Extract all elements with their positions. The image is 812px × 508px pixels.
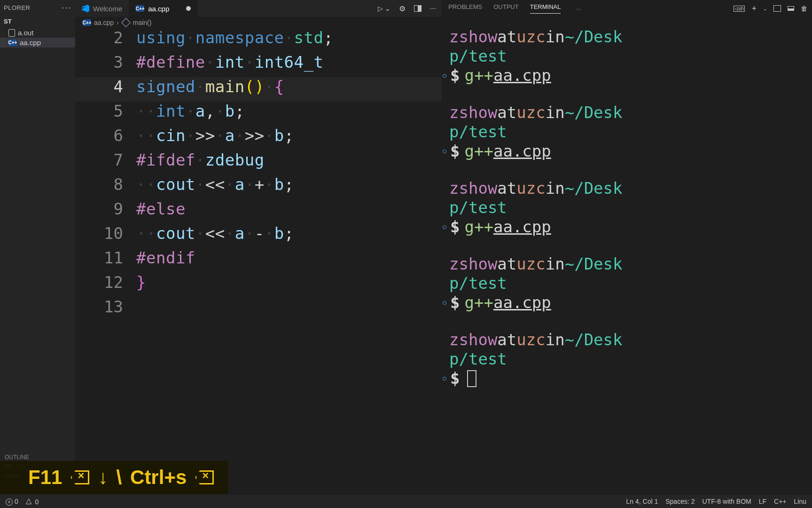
code-line[interactable]: 9#else bbox=[75, 199, 442, 224]
editor-more-icon[interactable]: ··· bbox=[430, 4, 436, 13]
code-line[interactable]: 2using·namespace·std; bbox=[75, 28, 442, 53]
cpp-icon: C++ bbox=[8, 40, 17, 46]
kill-terminal-icon[interactable] bbox=[801, 5, 807, 12]
folder-name[interactable]: ST bbox=[0, 15, 75, 28]
term-host: uzc bbox=[516, 103, 545, 122]
editor-actions: ▷ ⌄ ··· bbox=[378, 0, 442, 17]
code-line[interactable]: 5··int·a,·b; bbox=[75, 102, 442, 126]
line-number: 7 bbox=[75, 151, 136, 169]
term-path: p/test bbox=[449, 47, 507, 66]
code-line[interactable]: 3#define·int·int64_t bbox=[75, 53, 442, 77]
panel-tabs: PROBLEMSOUTPUTTERMINAL ··· › zsh ⌄ bbox=[442, 0, 812, 17]
keycast-key: ↓ bbox=[98, 466, 108, 489]
prompt-dot-icon bbox=[443, 301, 446, 305]
line-number: 12 bbox=[75, 273, 136, 292]
terminal-block: zshow at uzc in ~/Deskp/test$g++ aa.cpp bbox=[442, 27, 812, 85]
keycast-key: \ bbox=[116, 466, 122, 489]
gear-icon[interactable] bbox=[399, 4, 406, 13]
status-eol[interactable]: LF bbox=[759, 498, 766, 505]
term-path: p/test bbox=[449, 349, 507, 369]
shell-picker[interactable]: › zsh bbox=[734, 6, 745, 12]
cpp-icon: C++ bbox=[136, 5, 144, 12]
dirty-indicator-icon bbox=[186, 6, 191, 11]
file-name: a.out bbox=[18, 29, 33, 37]
term-arg: aa.cpp bbox=[493, 142, 551, 161]
code-content: #ifdef·zdebug bbox=[136, 151, 265, 169]
code-content: ··cout·<<·a·+·b; bbox=[136, 175, 294, 194]
status-errors[interactable]: × 0 bbox=[6, 498, 18, 506]
term-path: ~/Desk bbox=[565, 179, 623, 198]
term-user: zshow bbox=[449, 179, 497, 198]
line-number: 10 bbox=[75, 224, 136, 243]
prompt-dollar: $ bbox=[450, 217, 460, 237]
code-line[interactable]: 7#ifdef·zdebug bbox=[75, 151, 442, 175]
code-content: #else bbox=[136, 199, 186, 218]
maximize-panel-icon[interactable] bbox=[788, 6, 794, 11]
editor-tab[interactable]: C++aa.cpp bbox=[129, 0, 198, 17]
file-item[interactable]: C++aa.cpp bbox=[0, 38, 75, 48]
new-terminal-icon[interactable] bbox=[751, 4, 757, 14]
terminal-dropdown-icon[interactable]: ⌄ bbox=[763, 6, 767, 11]
file-icon bbox=[8, 29, 15, 37]
term-user: zshow bbox=[449, 330, 497, 349]
breadcrumb-symbol[interactable]: main() bbox=[133, 19, 152, 26]
line-number: 2 bbox=[75, 28, 136, 47]
keycast-overlay: F11 ↓ \ Ctrl+s bbox=[0, 461, 228, 494]
code-line[interactable]: 6··cin·>>·a·>>·b; bbox=[75, 126, 442, 151]
terminal-block: zshow at uzc in ~/Deskp/test$g++ aa.cpp bbox=[442, 254, 812, 312]
panel-tab-problems[interactable]: PROBLEMS bbox=[448, 3, 482, 14]
backspace-icon bbox=[195, 470, 214, 484]
term-arg: aa.cpp bbox=[493, 293, 551, 312]
term-path: ~/Desk bbox=[565, 103, 623, 122]
sidebar-section[interactable]: OUTLINE bbox=[0, 452, 75, 462]
term-user: zshow bbox=[449, 254, 497, 274]
term-arg: aa.cpp bbox=[493, 66, 551, 85]
term-cmd: g++ bbox=[464, 217, 493, 237]
prompt-dollar: $ bbox=[450, 369, 460, 388]
split-terminal-icon[interactable] bbox=[773, 5, 781, 12]
terminal[interactable]: zshow at uzc in ~/Deskp/test$g++ aa.cppz… bbox=[442, 27, 812, 494]
code-line[interactable]: 10··cout·<<·a·-·b; bbox=[75, 224, 442, 248]
code-line[interactable]: 13 bbox=[75, 297, 442, 322]
panel-tab-terminal[interactable]: TERMINAL bbox=[530, 3, 561, 14]
explorer-more-icon[interactable]: ··· bbox=[62, 3, 71, 13]
breadcrumb-file[interactable]: aa.cpp bbox=[94, 19, 114, 26]
prompt-dot-icon bbox=[443, 74, 446, 78]
split-editor-icon[interactable] bbox=[414, 5, 422, 12]
backspace-icon bbox=[70, 470, 89, 484]
line-number: 11 bbox=[75, 248, 136, 267]
cpp-icon: C++ bbox=[83, 19, 91, 26]
code-content: ··cout·<<·a·-·b; bbox=[136, 224, 294, 243]
terminal-cursor[interactable] bbox=[467, 370, 476, 387]
explorer-sidebar: PLORER ··· ST a.outC++aa.cpp OUTLINEMELI… bbox=[0, 0, 75, 494]
code-content: #define·int·int64_t bbox=[136, 53, 323, 71]
terminal-block: zshow at uzc in ~/Deskp/test$ bbox=[442, 330, 812, 388]
breadcrumb[interactable]: C++ aa.cpp › main() bbox=[75, 17, 442, 28]
term-path: p/test bbox=[449, 274, 507, 293]
editor-tab[interactable]: Welcome bbox=[75, 0, 129, 17]
panel-tab-output[interactable]: OUTPUT bbox=[493, 3, 518, 14]
run-icon[interactable]: ▷ ⌄ bbox=[378, 5, 390, 12]
status-encoding[interactable]: UTF-8 with BOM bbox=[702, 498, 751, 505]
error-icon: × bbox=[6, 499, 13, 506]
term-path: p/test bbox=[449, 198, 507, 217]
status-warnings[interactable]: 0 bbox=[26, 498, 39, 506]
file-item[interactable]: a.out bbox=[0, 28, 75, 38]
code-editor[interactable]: 2using·namespace·std;3#define·int·int64_… bbox=[75, 28, 442, 494]
code-line[interactable]: 12} bbox=[75, 273, 442, 297]
panel-more-icon[interactable]: ··· bbox=[576, 5, 581, 12]
status-bar: × 0 0 Ln 4, Col 1 Spaces: 2 UTF-8 with B… bbox=[0, 495, 812, 508]
status-cursor[interactable]: Ln 4, Col 1 bbox=[626, 498, 658, 505]
code-line[interactable]: 8··cout·<<·a·+·b; bbox=[75, 175, 442, 199]
tab-label: aa.cpp bbox=[148, 5, 169, 13]
code-line[interactable]: 11#endif bbox=[75, 248, 442, 273]
term-cmd: g++ bbox=[464, 66, 493, 85]
code-line[interactable]: 4signed·main()·{ bbox=[75, 77, 442, 102]
term-host: uzc bbox=[516, 254, 545, 274]
line-number: 3 bbox=[75, 53, 136, 71]
keycast-key: Ctrl+s bbox=[130, 466, 187, 489]
status-spaces[interactable]: Spaces: 2 bbox=[665, 498, 695, 505]
symbol-method-icon bbox=[121, 18, 131, 27]
terminal-block: zshow at uzc in ~/Deskp/test$g++ aa.cpp bbox=[442, 103, 812, 161]
status-language[interactable]: C++ bbox=[774, 498, 786, 505]
